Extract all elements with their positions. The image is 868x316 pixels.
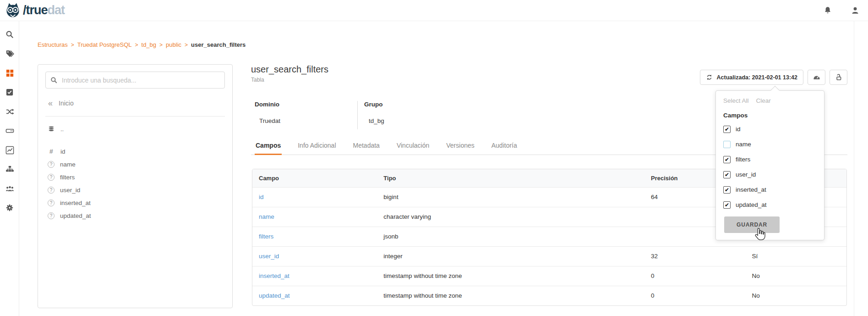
bell-icon[interactable] — [823, 6, 832, 15]
checkbox[interactable] — [723, 141, 731, 148]
sidebar-item-taxonomy[interactable] — [0, 160, 19, 179]
list-item-id[interactable]: # id — [45, 145, 225, 158]
main-content: user_search_filters Tabla Actualizada: 2… — [251, 64, 847, 83]
checkbox-label: updated_at — [736, 201, 767, 208]
checkbox[interactable] — [723, 186, 731, 194]
field-link[interactable]: id — [252, 187, 377, 207]
topbar: /truedat — [0, 0, 868, 21]
header-controls: Actualizada: 2021-02-01 13:42 — [700, 70, 847, 85]
sidebar-item-search[interactable] — [0, 25, 19, 44]
field-nullable: No — [745, 266, 846, 286]
search-box — [45, 72, 225, 89]
sidebar-item-tags[interactable] — [0, 44, 19, 63]
column-picker-popup: Select All Clear Campos id name filters … — [715, 90, 824, 240]
search-icon — [50, 77, 58, 84]
breadcrumb-link-schema[interactable]: public — [166, 41, 181, 48]
tab-campos[interactable]: Campos — [255, 138, 282, 155]
checkbox-option-id[interactable]: id — [723, 122, 817, 137]
checkbox-option-filters[interactable]: filters — [723, 152, 817, 167]
check-square-icon — [5, 88, 14, 97]
tab-versiones[interactable]: Versiones — [445, 138, 475, 155]
owl-logo-icon — [5, 2, 21, 19]
breadcrumb-separator: > — [135, 42, 138, 48]
content-right-divider — [854, 21, 854, 316]
tab-vinculacion[interactable]: Vinculación — [396, 138, 430, 155]
field-nullable: Sí — [745, 246, 846, 266]
chevron-double-left-icon: « — [48, 99, 53, 107]
question-circle-icon: ? — [48, 161, 55, 168]
checkbox-label: filters — [736, 156, 750, 163]
checkbox[interactable] — [723, 156, 731, 163]
database-icon — [48, 125, 55, 133]
breadcrumb-link-database[interactable]: td_bg — [142, 41, 157, 48]
field-link[interactable]: name — [252, 207, 377, 227]
sidebar-item-settings[interactable] — [0, 198, 19, 217]
popup-group-label: Campos — [723, 112, 817, 119]
list-item-user-id[interactable]: ? user_id — [45, 183, 225, 196]
breadcrumb-link-estructuras[interactable]: Estructuras — [38, 41, 68, 48]
list-item-updated-at[interactable]: ? updated_at — [45, 209, 225, 222]
checkbox[interactable] — [723, 126, 731, 133]
list-item-filters[interactable]: ? filters — [45, 171, 225, 183]
col-header-tipo: Tipo — [377, 169, 644, 187]
field-link[interactable]: inserted_at — [252, 266, 377, 286]
field-type: timestamp without time zone — [377, 286, 644, 305]
field-label: filters — [60, 174, 75, 181]
breadcrumb-link-system[interactable]: Truedat PostgreSQL — [77, 41, 132, 48]
checkbox[interactable] — [723, 171, 731, 178]
sidebar-item-dashboards[interactable] — [0, 140, 19, 160]
go-up-item[interactable]: .. — [45, 124, 225, 134]
back-to-home[interactable]: « Inicio — [45, 99, 225, 107]
select-all-link[interactable]: Select All — [723, 97, 749, 104]
save-button[interactable]: GUARDAR — [724, 216, 780, 233]
list-item-inserted-at[interactable]: ? inserted_at — [45, 196, 225, 209]
checkbox-label: name — [736, 141, 751, 148]
sidebar-item-users[interactable] — [0, 179, 19, 198]
meta-label-grupo: Grupo — [364, 101, 384, 108]
checkbox[interactable] — [723, 201, 731, 209]
breadcrumb-current: user_search_filters — [191, 41, 246, 48]
server-icon — [5, 127, 14, 135]
checkbox-option-updated-at[interactable]: updated_at — [723, 197, 817, 212]
field-precision: 0 — [644, 286, 745, 305]
sidebar-item-lineage[interactable] — [0, 102, 19, 121]
field-precision: 32 — [644, 246, 745, 266]
question-circle-icon: ? — [48, 174, 55, 181]
clear-link[interactable]: Clear — [756, 97, 771, 104]
breadcrumb: Estructuras > Truedat PostgreSQL > td_bg… — [38, 41, 246, 48]
field-link[interactable]: updated_at — [252, 286, 377, 305]
sidebar-item-structures[interactable] — [0, 63, 19, 83]
sitemap-icon — [5, 165, 14, 174]
refresh-updated-button[interactable]: Actualizada: 2021-02-01 13:42 — [700, 70, 803, 85]
field-label: updated_at — [60, 212, 91, 219]
divider — [45, 116, 225, 116]
field-link[interactable]: user_id — [252, 246, 377, 266]
tab-info-adicional[interactable]: Info Adicional — [297, 138, 337, 155]
breadcrumb-separator: > — [159, 42, 163, 48]
tab-auditoria[interactable]: Auditoría — [491, 138, 518, 155]
checkbox-option-inserted-at[interactable]: inserted_at — [723, 182, 817, 197]
search-input[interactable] — [62, 77, 220, 84]
field-label: user_id — [60, 187, 80, 194]
tab-metadata[interactable]: Metadata — [352, 138, 381, 155]
shuffle-icon — [5, 107, 14, 116]
sidebar-rail — [0, 21, 19, 316]
hash-icon: # — [48, 148, 55, 155]
lock-button[interactable] — [830, 70, 847, 85]
list-item-name[interactable]: ? name — [45, 158, 225, 171]
profiling-button[interactable] — [808, 70, 825, 85]
field-precision: 0 — [644, 266, 745, 286]
question-circle-icon: ? — [48, 200, 55, 206]
sidebar-item-systems[interactable] — [0, 121, 19, 140]
truedat-logo[interactable]: /truedat — [5, 2, 65, 19]
table-row: updated_at timestamp without time zone 0… — [252, 286, 846, 305]
user-icon[interactable] — [851, 6, 860, 15]
col-header-campo: Campo — [252, 169, 377, 187]
checkbox-option-user-id[interactable]: user_id — [723, 167, 817, 182]
checkbox-option-name[interactable]: name — [723, 137, 817, 152]
sidebar-item-quality[interactable] — [0, 83, 19, 102]
breadcrumb-separator: > — [185, 42, 188, 48]
question-circle-icon: ? — [48, 187, 55, 194]
field-label: name — [60, 161, 76, 168]
field-link[interactable]: filters — [252, 227, 377, 246]
